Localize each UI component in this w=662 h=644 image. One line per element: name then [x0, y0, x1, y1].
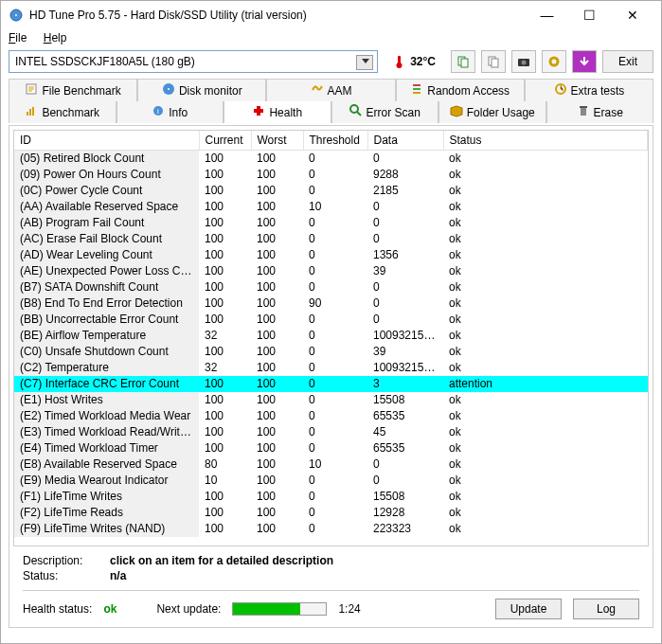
tab-health[interactable]: Health — [224, 101, 331, 123]
copy-info-button[interactable] — [451, 50, 475, 73]
cell-current: 100 — [199, 215, 251, 231]
tab-erase[interactable]: Erase — [546, 101, 654, 123]
tabs: File BenchmarkDisk monitorAAMRandom Acce… — [9, 79, 653, 125]
cell-id: (B8) End To End Error Detection — [14, 295, 199, 312]
column-header-threshold[interactable]: Threshold — [303, 131, 367, 151]
column-header-data[interactable]: Data — [367, 131, 443, 151]
table-row[interactable]: (E3) Timed Workload Read/Write R...10010… — [14, 424, 648, 440]
log-button[interactable]: Log — [573, 599, 639, 619]
table-row[interactable]: (E9) Media Wearout Indicator1010000ok — [14, 473, 648, 489]
table-row[interactable]: (AA) Available Reserved Space100100100ok — [14, 199, 648, 215]
menu-help[interactable]: Help — [44, 31, 67, 45]
cell-data: 0 — [367, 199, 443, 215]
progress-fill — [233, 603, 300, 615]
table-row[interactable]: (B7) SATA Downshift Count10010000ok — [14, 279, 648, 295]
column-header-id[interactable]: ID — [14, 131, 199, 151]
tab-aam[interactable]: AAM — [266, 79, 395, 101]
cell-status: ok — [443, 424, 648, 440]
table-row[interactable]: (E1) Host Writes100100015508ok — [14, 392, 648, 408]
tab-extra-tests[interactable]: Extra tests — [525, 79, 653, 101]
copy-screenshot-button[interactable] — [481, 50, 506, 73]
table-row[interactable]: (AE) Unexpected Power Loss Count10010003… — [14, 263, 648, 279]
cell-worst: 100 — [251, 183, 303, 199]
tab-label: Extra tests — [571, 84, 625, 98]
tab-error-scan[interactable]: Error Scan — [331, 101, 439, 123]
table-row[interactable]: (F2) LifeTime Reads100100012928ok — [14, 505, 648, 521]
cell-threshold: 0 — [303, 376, 367, 392]
cell-data: 45 — [367, 424, 443, 440]
titlebar: HD Tune Pro 5.75 - Hard Disk/SSD Utility… — [1, 1, 661, 29]
tab-random-access[interactable]: Random Access — [396, 79, 525, 101]
minimize-button[interactable]: — — [526, 2, 568, 28]
tab-label: Health — [269, 106, 302, 119]
cell-data: 0 — [367, 151, 443, 167]
cell-threshold: 0 — [303, 392, 367, 408]
table-row[interactable]: (BE) Airflow Temperature321000100932157.… — [14, 328, 648, 344]
screenshot-button[interactable] — [511, 50, 536, 73]
table-row[interactable]: (F9) LifeTime Writes (NAND)1001000223323… — [14, 521, 648, 537]
table-row[interactable]: (BB) Uncorrectable Error Count10010000ok — [14, 312, 648, 328]
tab-file-benchmark[interactable]: File Benchmark — [9, 79, 137, 101]
column-header-current[interactable]: Current — [199, 131, 251, 151]
tab-label: Folder Usage — [467, 106, 535, 119]
table-row[interactable]: (E4) Timed Workload Timer100100065535ok — [14, 440, 648, 456]
exit-button[interactable]: Exit — [602, 50, 653, 73]
cell-current: 100 — [199, 440, 251, 456]
cell-threshold: 0 — [303, 489, 367, 505]
cell-threshold: 0 — [303, 440, 367, 456]
table-row[interactable]: (AC) Erase Fail Block Count10010000ok — [14, 231, 648, 247]
tab-info[interactable]: iInfo — [116, 101, 224, 123]
table-row[interactable]: (AD) Wear Leveling Count10010001356ok — [14, 247, 648, 263]
cell-data: 100932157... — [367, 328, 443, 344]
cell-current: 100 — [199, 151, 251, 167]
table-row[interactable]: (AB) Program Fail Count10010000ok — [14, 215, 648, 231]
cell-id: (E9) Media Wearout Indicator — [14, 473, 199, 489]
cell-threshold: 0 — [303, 424, 367, 440]
cell-worst: 100 — [251, 295, 303, 312]
table-row[interactable]: (05) Retired Block Count10010000ok — [14, 151, 648, 167]
drive-select[interactable]: INTEL SSDSCKJF180A5L (180 gB) — [9, 50, 378, 73]
table-row[interactable]: (09) Power On Hours Count10010009288ok — [14, 167, 648, 183]
table-row[interactable]: (C2) Temperature321000100932157...ok — [14, 360, 648, 376]
cell-id: (0C) Power Cycle Count — [14, 183, 199, 199]
cell-threshold: 0 — [303, 247, 367, 263]
cell-worst: 100 — [251, 505, 303, 521]
table-row[interactable]: (C7) Interface CRC Error Count10010003at… — [14, 376, 648, 392]
maximize-button[interactable]: ☐ — [568, 2, 611, 28]
cell-current: 32 — [199, 328, 251, 344]
close-button[interactable]: ✕ — [611, 2, 653, 28]
tab-disk-monitor[interactable]: Disk monitor — [137, 79, 266, 101]
menu-file[interactable]: File — [9, 31, 27, 45]
svg-rect-2 — [398, 56, 401, 63]
table-row[interactable]: (B8) End To End Error Detection100100900… — [14, 295, 648, 312]
table-row[interactable]: (E8) Available Reserved Space80100100ok — [14, 456, 648, 473]
cell-threshold: 0 — [303, 328, 367, 344]
cell-threshold: 10 — [303, 199, 367, 215]
update-button[interactable]: Update — [495, 599, 562, 619]
tab-label: Random Access — [427, 84, 510, 98]
cell-id: (05) Retired Block Count — [14, 151, 199, 167]
status-value: n/a — [110, 569, 126, 582]
table-row[interactable]: (F1) LifeTime Writes100100015508ok — [14, 489, 648, 505]
cell-current: 100 — [199, 279, 251, 295]
cell-status: ok — [443, 360, 648, 376]
cell-id: (AA) Available Reserved Space — [14, 199, 199, 215]
tab-benchmark[interactable]: Benchmark — [9, 101, 116, 123]
table-row[interactable]: (E2) Timed Workload Media Wear1001000655… — [14, 408, 648, 424]
cell-data: 9288 — [367, 167, 443, 183]
column-header-worst[interactable]: Worst — [251, 131, 303, 151]
health-table: IDCurrentWorstThresholdDataStatus (05) R… — [14, 131, 648, 537]
table-row[interactable]: (C0) Unsafe Shutdown Count100100039ok — [14, 344, 648, 360]
cell-threshold: 0 — [303, 505, 367, 521]
cell-data: 12928 — [367, 505, 443, 521]
cell-current: 100 — [199, 505, 251, 521]
tab-folder-usage[interactable]: Folder Usage — [438, 101, 546, 123]
cell-data: 65535 — [367, 408, 443, 424]
svg-point-1 — [15, 14, 17, 16]
options-button[interactable] — [542, 50, 566, 73]
cell-threshold: 90 — [303, 295, 367, 312]
save-button[interactable] — [572, 50, 597, 73]
column-header-status[interactable]: Status — [443, 131, 648, 151]
table-row[interactable]: (0C) Power Cycle Count10010002185ok — [14, 183, 648, 199]
cell-id: (AC) Erase Fail Block Count — [14, 231, 199, 247]
